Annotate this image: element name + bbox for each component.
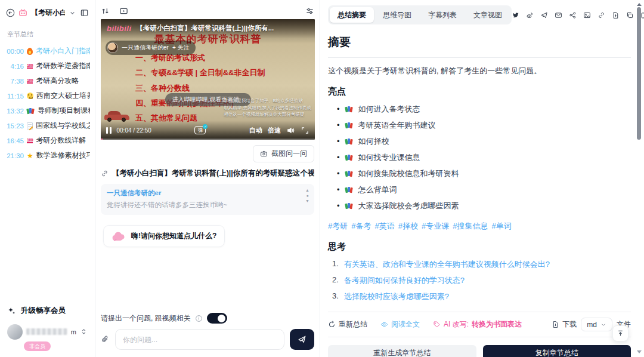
card-scroll-arrows[interactable]: ▲●▼: [305, 188, 309, 203]
scrollbar-down-arrow[interactable]: [637, 350, 642, 353]
read-full-text-button[interactable]: 阅读全文: [380, 319, 420, 330]
books-emoji-icon: [345, 202, 353, 210]
email-icon[interactable]: [555, 11, 562, 19]
download-button[interactable]: 下载: [552, 319, 577, 330]
books-emoji-icon: [345, 154, 353, 161]
memo-emoji-icon: [27, 122, 33, 130]
chapter-item[interactable]: 13:32 导师制项目制课程: [0, 103, 95, 118]
question-item: 1.有关英语、政治和专业课的全年购书建议视频什么时候会出?: [328, 256, 631, 272]
highlight-item: •考研英语全年购书建议: [328, 117, 631, 133]
hashtag[interactable]: #考研: [328, 221, 348, 232]
hundred-emoji-icon: 100: [27, 63, 33, 69]
share-image-icon[interactable]: [583, 11, 591, 19]
video-related-toggle[interactable]: [207, 313, 227, 324]
telegram-icon[interactable]: [540, 11, 548, 19]
copy-chapter-summary-button[interactable]: 复制章节总结: [483, 345, 631, 357]
playback-speed-button[interactable]: 倍速: [268, 126, 281, 135]
books-emoji-icon: [345, 186, 353, 193]
upgrade-membership-button[interactable]: 升级畅享会员: [7, 306, 88, 316]
question-input[interactable]: [115, 329, 284, 350]
membership-status-badge: 非会员: [24, 341, 51, 351]
sidebar-video-title: 【考研小白扫...: [31, 8, 65, 18]
uploader-chip[interactable]: 一只通信考研的er + 关注: [106, 41, 196, 55]
question-link[interactable]: 备考期间如何保持良好的学习状态?: [344, 275, 465, 286]
back-icon[interactable]: [6, 8, 15, 17]
info-icon[interactable]: [195, 315, 203, 322]
chapter-section-label: 章节总结: [0, 20, 95, 44]
chapter-item[interactable]: 4:16 100 考研数学逆袭指南: [0, 59, 95, 73]
quality-auto-button[interactable]: 自动: [249, 126, 262, 135]
follow-button[interactable]: + 关注: [172, 44, 190, 52]
uploader-description-card: 一只通信考研的er 觉得讲得还不错的话请多多三连投币哟~ ▲●▼: [101, 184, 314, 215]
pause-button[interactable]: [106, 127, 112, 134]
collapse-panel-icon[interactable]: [80, 8, 89, 17]
tab-mindmap[interactable]: 思维导图: [375, 7, 419, 23]
progress-bar[interactable]: [101, 139, 315, 140]
tab-article-view[interactable]: 文章视图: [466, 7, 510, 23]
video-overlay-title: 【考研小白扫盲】考研常识科普(上)||你所有...: [137, 24, 274, 33]
regenerate-chapter-summary-button[interactable]: 重新生成章节总结: [328, 345, 476, 357]
scroll-to-top-button[interactable]: [612, 325, 628, 341]
swap-source-icon[interactable]: [101, 7, 110, 16]
chapter-item[interactable]: 00:00 考研小白入门指南: [0, 44, 95, 59]
player-settings-icon[interactable]: [305, 7, 314, 16]
scrollbar-up-arrow[interactable]: [637, 3, 642, 6]
abstract-heading: 摘要: [328, 29, 631, 58]
theater-mode-icon[interactable]: [119, 7, 128, 16]
highlights-list: •如何进入备考状态 •考研英语全年购书建议 •如何择校 •如何找专业课信息 •如…: [328, 101, 631, 214]
download-file-icon[interactable]: [612, 11, 620, 19]
question-item: 2.备考期间如何保持良好的学习状态?: [328, 272, 631, 288]
chapter-item[interactable]: 7:38 100 考研高分攻略: [0, 73, 95, 88]
uploader-avatar: [107, 42, 118, 53]
panel-scrollbar[interactable]: [636, 1, 642, 356]
attachment-icon[interactable]: [101, 335, 110, 344]
hashtag-row: #考研 #备考 #英语 #择校 #专业课 #搜集信息 #单词: [328, 221, 631, 232]
share-nodes-icon[interactable]: [569, 11, 577, 19]
bilibili-logo[interactable]: bilibili: [107, 24, 132, 33]
video-player[interactable]: 最基本的考研常识科普 一、考研的考试形式 二、专硕&&学硕 | 全日制&&非全日…: [101, 19, 315, 140]
send-button[interactable]: [290, 329, 314, 350]
fullscreen-icon[interactable]: [301, 126, 309, 135]
chapter-sidebar: 【考研小白扫... 章节总结 00:00 考研小白入门指南 4:16 100 考…: [0, 0, 95, 357]
hashtag[interactable]: #搜集信息: [453, 221, 488, 232]
tab-summary[interactable]: 总结摘要: [330, 7, 374, 23]
hundred-emoji-icon: 100: [27, 78, 33, 84]
video-link-title[interactable]: 【考研小白扫盲】考研常识科普(上)||你所有的考研疑惑这个视频...: [101, 168, 314, 178]
hashtag[interactable]: #单词: [491, 221, 511, 232]
copy-link-icon[interactable]: [597, 11, 605, 19]
chapter-item[interactable]: 21:30 ★ 数学选修素材技巧: [0, 148, 95, 163]
twitter-icon[interactable]: [512, 11, 519, 19]
copy-icon[interactable]: [626, 11, 634, 19]
chapter-item[interactable]: 16:45 100 考研分数线详解: [0, 133, 95, 148]
scrollbar-thumb[interactable]: [637, 7, 641, 140]
question-link[interactable]: 选择院校时应该考虑哪些因素?: [344, 291, 449, 302]
tab-subtitles[interactable]: 字幕列表: [420, 7, 465, 23]
resummarize-button[interactable]: 重新总结: [328, 319, 367, 330]
chevrons-up-down-icon[interactable]: [80, 328, 88, 336]
books-emoji-icon: [345, 138, 353, 145]
danmaku-toggle-icon[interactable]: 弹: [194, 126, 206, 134]
question-link[interactable]: 有关英语、政治和专业课的全年购书建议视频什么时候会出?: [344, 259, 550, 270]
player-controls: 00:04 / 22:50 弹 自动 倍速: [101, 121, 315, 140]
highlight-item: •怎么背单词: [328, 181, 631, 198]
question-list: 1.有关英语、政治和专业课的全年购书建议视频什么时候会出? 2.备考期间如何保持…: [328, 256, 631, 304]
weibo-icon[interactable]: [526, 11, 534, 19]
screenshot-ask-button[interactable]: 截图问一问: [253, 145, 314, 162]
chapter-item[interactable]: 11:15 西南交大硕士培养对比: [0, 88, 95, 103]
video-column: 最基本的考研常识科普 一、考研的考试形式 二、专硕&&学硕 | 全日制&&非全日…: [95, 0, 320, 357]
hundred-emoji-icon: 100: [27, 138, 33, 143]
hashtag[interactable]: #英语: [374, 221, 394, 232]
hashtag[interactable]: #择校: [398, 221, 418, 232]
ai-rewrite-button[interactable]: AI 改写: 转换为书面表达: [433, 319, 522, 330]
books-emoji-icon: [345, 106, 353, 113]
camera-icon: [260, 150, 268, 158]
chapter-item[interactable]: 15:23 国家线与学校线之差: [0, 118, 95, 133]
hashtag[interactable]: #备考: [351, 221, 371, 232]
format-select[interactable]: md: [581, 318, 612, 331]
hashtag[interactable]: #专业课: [422, 221, 449, 232]
uploader-name-link[interactable]: 一只通信考研的er: [107, 189, 299, 198]
chat-area: 嗨!请问你想知道点儿什么?: [101, 225, 314, 247]
volume-icon[interactable]: [286, 126, 295, 135]
chevron-down-icon[interactable]: [69, 9, 76, 17]
account-row[interactable]: m: [7, 324, 88, 340]
